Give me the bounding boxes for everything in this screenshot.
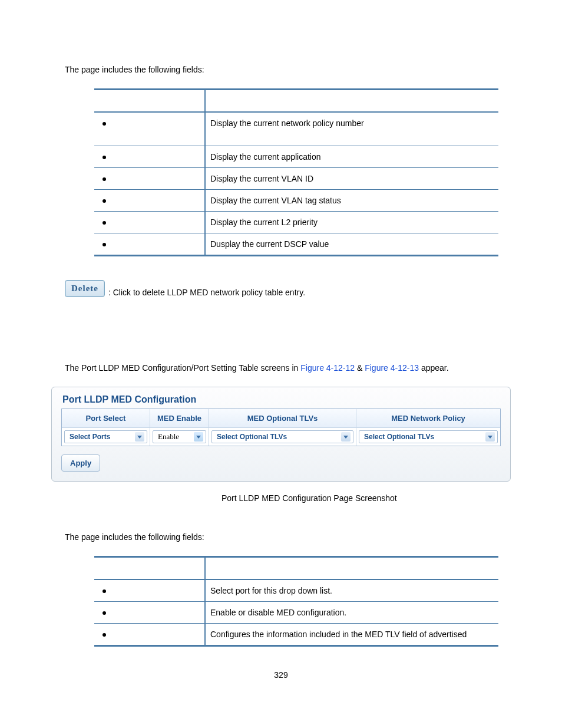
table-row: Application Display the current applicat… — [94, 146, 498, 168]
fields-table-1: Object Description Network Policy Number… — [94, 88, 498, 256]
screenshot-panel: Port LLDP MED Configuration Port Select … — [51, 387, 511, 482]
table-row: DSCP Value Dusplay the current DSCP valu… — [94, 233, 498, 256]
table-row: VLAN Tag Display the current VLAN tag st… — [94, 190, 498, 212]
config-table: Port Select MED Enable MED Optional TLVs… — [61, 409, 501, 446]
table-row: Port Select Select port for this drop do… — [94, 579, 498, 602]
table-row: MED Enable Enable or disable MED configu… — [94, 602, 498, 624]
optional-tlvs-dropdown[interactable]: Select Optional TLVs — [211, 430, 353, 443]
panel-title: Port LLDP MED Configuration — [62, 394, 501, 405]
th-network-policy: MED Network Policy — [356, 409, 500, 428]
dropdown-label: Select Ports — [70, 433, 110, 441]
figure-link-12[interactable]: Figure 4-12-12 — [300, 363, 355, 373]
page-number: 329 — [65, 670, 497, 680]
table-row: Network Policy Number Display the curren… — [94, 112, 498, 146]
chevron-down-icon — [135, 432, 144, 442]
chevron-down-icon — [341, 432, 351, 442]
dropdown-label: Select Optional TLVs — [217, 433, 287, 441]
med-enable-dropdown[interactable]: Enable — [153, 430, 206, 443]
delete-description: : Click to delete LLDP MED network polic… — [108, 288, 305, 297]
table-row: VLAN ID Display the current VLAN ID — [94, 168, 498, 190]
section-intro: The Port LLDP MED Configuration/Port Set… — [65, 363, 497, 373]
table-row: L2 Priority Display the current L2 prier… — [94, 212, 498, 233]
table-row: MED Optional TLVs Configures the informa… — [94, 624, 498, 646]
th-port-select: Port Select — [62, 409, 150, 428]
chevron-down-icon — [485, 432, 495, 442]
intro-text-2: The page includes the following fields: — [65, 532, 497, 542]
col-head-object: Object — [94, 90, 205, 113]
col-head-object: Object — [94, 557, 205, 580]
th-optional-tlvs: MED Optional TLVs — [209, 409, 356, 428]
th-med-enable: MED Enable — [150, 409, 209, 428]
network-policy-dropdown[interactable]: Select Optional TLVs — [359, 430, 498, 443]
dropdown-label: Select Optional TLVs — [364, 433, 434, 441]
figure-caption: Figure 4-12-12 Port LLDP MED Configurati… — [65, 493, 497, 503]
dropdown-label: Enable — [158, 432, 179, 442]
intro-text: The page includes the following fields: — [65, 65, 497, 74]
section-heading: 4.12.5 MED Port Setting — [65, 338, 497, 349]
fields-table-2: Object Description Port Select Select po… — [94, 556, 498, 647]
delete-button[interactable]: Delete — [65, 280, 105, 297]
apply-button[interactable]: Apply — [61, 454, 100, 472]
chevron-down-icon — [194, 432, 203, 442]
port-select-dropdown[interactable]: Select Ports — [64, 430, 147, 443]
col-head-description: Description — [205, 557, 498, 580]
figure-link-13[interactable]: Figure 4-12-13 — [365, 363, 419, 373]
col-head-description: Description — [205, 90, 498, 113]
